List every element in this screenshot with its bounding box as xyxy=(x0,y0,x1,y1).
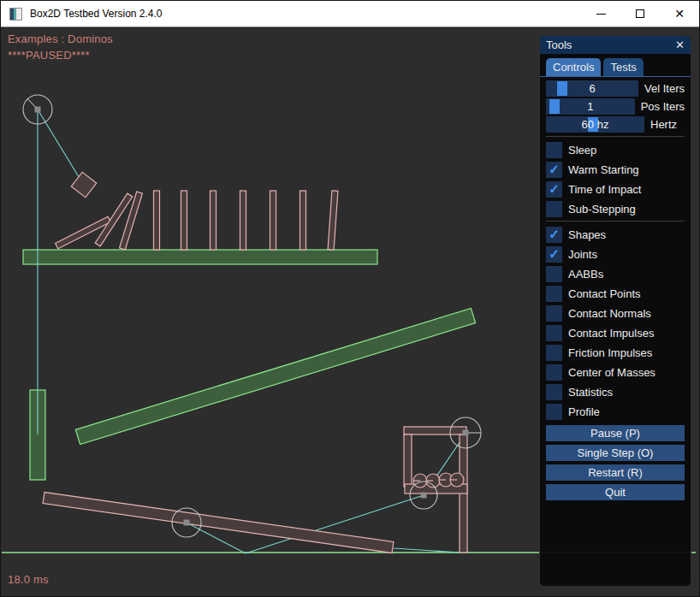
checkbox-unchecked[interactable] xyxy=(546,364,562,381)
checkbox-row-sub-stepping: Sub-Stepping xyxy=(546,201,685,217)
checkbox-label: Profile xyxy=(568,405,600,418)
joint-circles xyxy=(23,95,481,537)
checkbox-unchecked[interactable] xyxy=(546,142,562,158)
slider-value: 60 hz xyxy=(546,116,644,133)
checkbox-row-statistics: Statistics xyxy=(546,384,685,400)
checkbox-label: Warm Starting xyxy=(568,163,639,176)
checkbox-unchecked[interactable] xyxy=(546,201,562,217)
panel-close-icon[interactable]: ✕ xyxy=(675,38,685,51)
tools-panel: Tools ✕ ControlsTests 6Vel Iters1Pos Ite… xyxy=(539,35,691,587)
checkbox-row-joints: ✓Joints xyxy=(546,246,685,263)
swinging-box xyxy=(71,172,96,197)
checkbox-label: Sub-Stepping xyxy=(568,203,636,216)
panel-content: 6Vel Iters1Pos Iters60 hzHertz Sleep✓War… xyxy=(540,77,691,500)
slider-vel-iters[interactable]: 6 xyxy=(546,80,638,97)
separator xyxy=(546,221,685,222)
slider-pos-iters[interactable]: 1 xyxy=(546,98,635,115)
checkbox-label: Joints xyxy=(568,248,597,261)
checkbox-label: Sleep xyxy=(568,144,596,157)
example-label: Examples : Dominos xyxy=(8,33,113,45)
quit-button[interactable]: Quit xyxy=(546,484,685,500)
pause-p-button[interactable]: Pause (P) xyxy=(546,425,685,441)
app-window: Box2D Testbed Version 2.4.0 ✕ xyxy=(0,0,700,597)
checkbox-label: Contact Normals xyxy=(568,307,651,320)
checkbox-group-simulation: Sleep✓Warm Starting✓Time of ImpactSub-St… xyxy=(546,142,685,217)
checkbox-unchecked[interactable] xyxy=(546,266,562,282)
checkbox-unchecked[interactable] xyxy=(546,404,562,420)
slider-group: 6Vel Iters1Pos Iters60 hzHertz xyxy=(546,80,685,133)
checkbox-label: AABBs xyxy=(568,268,603,281)
checkbox-unchecked[interactable] xyxy=(546,325,562,341)
checkbox-unchecked[interactable] xyxy=(546,286,562,302)
checkbox-row-sleep: Sleep xyxy=(546,142,685,158)
checkbox-row-contact-normals: Contact Normals xyxy=(546,305,685,322)
slider-label: Vel Iters xyxy=(644,82,685,95)
checkbox-label: Friction Impulses xyxy=(568,346,652,359)
checkbox-label: Center of Masses xyxy=(568,366,656,379)
checkbox-row-contact-impulses: Contact Impulses xyxy=(546,325,685,341)
checkbox-row-friction-impulses: Friction Impulses xyxy=(546,345,685,361)
checkbox-row-contact-points: Contact Points xyxy=(546,286,685,302)
checkbox-label: Contact Points xyxy=(568,287,641,300)
slider-row: 6Vel Iters xyxy=(546,80,685,97)
checkbox-unchecked[interactable] xyxy=(546,305,562,322)
checkbox-row-shapes: ✓Shapes xyxy=(546,227,685,243)
checkbox-row-center-of-masses: Center of Masses xyxy=(546,364,685,381)
tabbar: ControlsTests xyxy=(540,58,691,76)
single-step-o-button[interactable]: Single Step (O) xyxy=(546,445,685,461)
checkbox-label: Statistics xyxy=(568,386,613,399)
slider-row: 60 hzHertz xyxy=(546,116,685,133)
dynamic-bodies xyxy=(43,172,467,553)
slider-value: 6 xyxy=(546,80,638,97)
checkbox-row-time-of-impact: ✓Time of Impact xyxy=(546,181,685,198)
slider-hertz[interactable]: 60 hz xyxy=(546,116,644,133)
checkbox-checked[interactable]: ✓ xyxy=(546,227,562,243)
checkbox-label: Time of Impact xyxy=(568,183,641,196)
checkbox-row-aabbs: AABBs xyxy=(546,266,685,282)
checkbox-checked[interactable]: ✓ xyxy=(546,181,562,198)
tab-controls[interactable]: Controls xyxy=(546,58,601,76)
tools-panel-title: Tools xyxy=(546,38,572,51)
slider-value: 1 xyxy=(546,98,635,115)
frame-time-label: 18.0 ms xyxy=(8,573,49,586)
paused-label: ****PAUSED**** xyxy=(8,49,90,62)
tab-tests[interactable]: Tests xyxy=(603,58,643,76)
slider-label: Pos Iters xyxy=(641,100,685,113)
slider-label: Hertz xyxy=(650,118,677,131)
checkbox-checked[interactable]: ✓ xyxy=(546,162,562,178)
checkbox-label: Contact Impulses xyxy=(568,327,654,340)
checkbox-unchecked[interactable] xyxy=(546,345,562,361)
checkbox-group-draw: ✓Shapes✓JointsAABBsContact PointsContact… xyxy=(546,227,685,420)
checkbox-label: Shapes xyxy=(568,228,606,241)
checkbox-row-warm-starting: ✓Warm Starting xyxy=(546,162,685,178)
checkbox-checked[interactable]: ✓ xyxy=(546,246,562,263)
shelf-balls xyxy=(413,473,464,488)
slider-row: 1Pos Iters xyxy=(546,98,685,115)
dominoes xyxy=(56,191,338,250)
checkbox-unchecked[interactable] xyxy=(546,384,562,400)
tools-panel-titlebar[interactable]: Tools ✕ xyxy=(540,36,691,54)
restart-r-button[interactable]: Restart (R) xyxy=(546,464,685,481)
button-group: Pause (P)Single Step (O)Restart (R)Quit xyxy=(546,425,685,500)
checkbox-row-profile: Profile xyxy=(546,404,685,420)
separator xyxy=(546,136,685,137)
